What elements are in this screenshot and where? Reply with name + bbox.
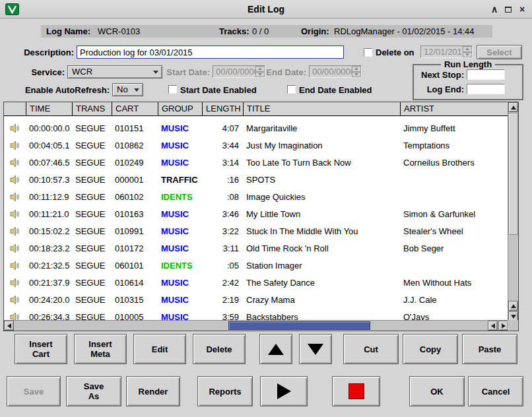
cancel-button[interactable]: Cancel [468,376,523,406]
col-title: TITLE [243,102,400,115]
log-end-label: Log End: [414,84,464,94]
window-title: Edit Log [0,0,532,18]
trans-cell: SEGUE [72,141,112,150]
stop-icon [349,383,364,399]
arrow-right-icon [502,323,506,329]
log-table-row[interactable]: 00:07:46.5 SEGUE 010249 MUSIC 3:14 Too L… [4,154,508,171]
log-table-row[interactable]: 00:24:20.0 SEGUE 010315 MUSIC 2:19 Crazy… [4,291,508,308]
cart-cell: 060102 [112,192,158,202]
service-combobox[interactable]: WCR [67,65,162,79]
length-cell: :16 [202,175,243,185]
log-table-body: 00:00:00.0 SEGUE 010151 MUSIC 4:07 Marga… [4,117,508,321]
titlebar[interactable]: Edit Log ∧ × [0,0,532,18]
trans-cell: SEGUE [72,158,112,168]
insert-meta-button[interactable]: Insert Meta [74,334,127,364]
scroll-left-button[interactable] [4,321,14,331]
group-cell: MUSIC [158,295,202,305]
log-table-row[interactable]: 00:04:05.1 SEGUE 010862 MUSIC 3:44 Just … [4,137,508,154]
log-table-row[interactable]: 00:18:23.2 SEGUE 010172 MUSIC 3:11 Old T… [4,240,508,257]
maximize-button[interactable] [502,3,514,15]
time-cell: 00:10:57.3 [26,175,72,185]
artist-cell: Temptations [400,141,508,150]
log-table-row[interactable]: 00:10:57.3 SEGUE 000001 TRAFFIC :16 SPOT… [4,171,508,188]
move-down-button[interactable] [299,334,332,364]
cart-cell: 010163 [112,209,158,219]
arrow-down-icon [511,315,516,319]
title-cell: Margaritaville [243,123,400,133]
log-table-row[interactable]: 00:15:02.2 SEGUE 010991 MUSIC 3:22 Stuck… [4,222,508,240]
autorefresh-combobox[interactable]: No [112,83,143,96]
log-table-row[interactable]: 00:21:32.5 SEGUE 060101 IDENTS :05 Stati… [4,257,508,274]
title-cell: Old Time Rock 'n Roll [243,243,400,253]
reports-button[interactable]: Reports [197,376,253,406]
origin-value: RDLogManager - 01/02/2015 - 14:44 [334,25,474,38]
cart-cell: 010862 [112,141,158,150]
length-cell: :08 [202,192,243,202]
vertical-scrollbar[interactable] [508,102,518,321]
close-icon: × [519,4,525,15]
time-cell: 00:11:21.0 [26,209,72,219]
length-cell: :05 [202,261,243,271]
scroll-right-button[interactable] [498,321,508,331]
arrow-left-icon [7,323,11,329]
artist-cell: J.J. Cale [400,295,508,305]
description-input[interactable] [77,46,344,59]
time-cell: 00:11:12.9 [26,192,72,202]
trans-cell: SEGUE [72,278,112,288]
delete-on-checkbox[interactable] [364,48,372,57]
scroll-up-button[interactable] [508,102,518,112]
cart-cell: 010172 [112,243,158,253]
time-cell: 00:24:20.0 [26,295,72,305]
horizontal-scroll-thumb[interactable] [228,321,370,330]
stop-button[interactable] [332,376,380,406]
delete-button[interactable]: Delete [193,334,246,364]
length-cell: 3:44 [202,141,243,150]
close-button[interactable]: × [516,3,528,15]
edit-log-window: Edit Log ∧ × Log Name: WCR-0103 Tracks: … [0,0,532,417]
group-cell: MUSIC [158,278,202,288]
log-table-row[interactable]: 00:26:34.3 SEGUE 010005 MUSIC 3:59 Backs… [4,308,508,321]
shade-button[interactable]: ∧ [488,3,500,15]
trans-cell: SEGUE [72,175,112,185]
arrow-up-icon [268,344,284,355]
copy-button[interactable]: Copy [403,334,458,364]
end-date-enabled-checkbox[interactable] [287,85,296,94]
col-artist: ARTIST [400,102,508,115]
vertical-scroll-thumb[interactable] [508,113,518,235]
start-date-enabled-checkbox[interactable] [168,85,177,94]
scroll-left-button-2[interactable] [488,321,498,331]
log-table-row[interactable]: 00:11:12.9 SEGUE 060102 IDENTS :08 Image… [4,188,508,205]
play-button[interactable] [260,376,308,406]
trans-cell: SEGUE [72,226,112,236]
render-button[interactable]: Render [126,376,180,406]
paste-button[interactable]: Paste [462,334,517,364]
delete-on-date-spinner: 12/01/2017 [420,46,473,58]
speaker-icon [4,141,26,150]
trans-cell: SEGUE [72,192,112,202]
start-date-spinner: 00/00/0000 [213,65,265,78]
save-as-button[interactable]: Save As [66,376,121,406]
title-cell: Too Late To Turn Back Now [243,158,400,168]
edit-button[interactable]: Edit [133,334,186,364]
delete-on-date-value: 12/01/2017 [424,46,467,57]
log-table-row[interactable]: 00:11:21.0 SEGUE 010163 MUSIC 3:46 My Li… [4,205,508,222]
next-stop-label: Next Stop: [414,70,464,80]
log-table-row[interactable]: 00:21:37.9 SEGUE 010614 MUSIC 2:42 The S… [4,274,508,291]
speaker-icon [4,175,26,185]
horizontal-scrollbar[interactable] [4,320,508,331]
col-icon [4,102,26,115]
title-cell: The Safety Dance [243,278,400,288]
title-cell: Station Imager [243,261,400,271]
time-cell: 00:04:05.1 [26,141,72,150]
ok-button[interactable]: OK [409,376,465,406]
length-cell: 2:19 [202,295,243,305]
cart-cell: 060101 [112,261,158,271]
log-table-row[interactable]: 00:00:00.0 SEGUE 010151 MUSIC 4:07 Marga… [4,119,508,137]
arrow-left-icon [491,323,495,329]
select-date-button: Select [477,45,522,59]
cut-button[interactable]: Cut [343,334,399,364]
move-up-button[interactable] [259,334,292,364]
insert-cart-button[interactable]: Insert Cart [15,334,67,364]
artist-cell: Jimmy Buffett [400,123,508,133]
scroll-up-button-2[interactable] [508,301,518,311]
